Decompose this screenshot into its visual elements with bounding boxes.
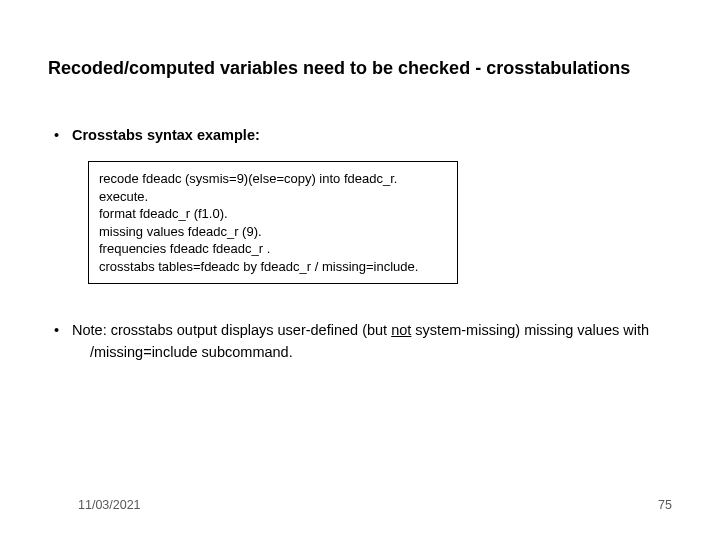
note-underlined: not <box>391 322 411 338</box>
code-line: format fdeadc_r (f1.0). <box>99 205 447 223</box>
note-text-pre: Note: crosstabs output displays user-def… <box>72 322 391 338</box>
footer-date: 11/03/2021 <box>78 498 141 512</box>
note-line2: /missing=include subcommand. <box>72 342 672 364</box>
code-line: crosstabs tables=fdeadc by fdeadc_r / mi… <box>99 258 447 276</box>
syntax-code-box: recode fdeadc (sysmis=9)(else=copy) into… <box>88 161 458 284</box>
bullet-crosstabs-example: Crosstabs syntax example: <box>54 127 672 143</box>
page-number: 75 <box>658 498 672 512</box>
footer: 11/03/2021 75 <box>0 498 720 512</box>
slide: Recoded/computed variables need to be ch… <box>0 0 720 540</box>
code-line: frequencies fdeadc fdeadc_r . <box>99 240 447 258</box>
code-line: recode fdeadc (sysmis=9)(else=copy) into… <box>99 170 447 188</box>
note-text-post: system-missing) missing values with <box>411 322 649 338</box>
code-line: missing values fdeadc_r (9). <box>99 223 447 241</box>
bullet-note: Note: crosstabs output displays user-def… <box>54 320 672 364</box>
code-line: execute. <box>99 188 447 206</box>
page-title: Recoded/computed variables need to be ch… <box>48 58 672 79</box>
